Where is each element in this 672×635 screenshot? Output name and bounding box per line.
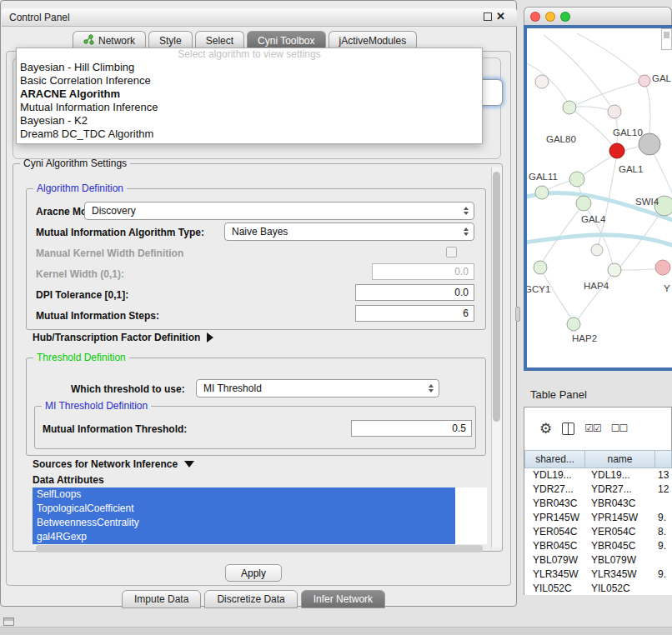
network-scrollbar-thumb[interactable] <box>664 32 669 38</box>
column-header-partial[interactable] <box>655 450 672 468</box>
tab-impute-data[interactable]: Impute Data <box>122 590 201 608</box>
data-attributes-list: SelfLoops TopologicalCoefficient Between… <box>33 488 487 544</box>
cell: YER054C <box>524 525 585 539</box>
cell: 8. <box>655 525 672 539</box>
list-item[interactable]: TopologicalCoefficient <box>33 502 455 516</box>
sources-toggle[interactable]: Sources for Network Inference <box>33 458 194 470</box>
cell: YDR27... <box>585 482 655 497</box>
network-window-titlebar[interactable] <box>524 7 672 25</box>
dropdown-item[interactable]: Basic Correlation Inference <box>17 74 482 88</box>
network-node <box>639 75 650 87</box>
cell: YLR345W <box>524 568 585 582</box>
manual-kernel-checkbox[interactable] <box>446 247 457 258</box>
dropdown-item[interactable]: Dream8 DC_TDC Algorithm <box>17 128 482 141</box>
node-label: GAL10 <box>613 128 643 138</box>
deselect-all-icon[interactable]: ☐☐ <box>611 422 628 434</box>
manual-kernel-label: Manual Kernel Width Definition <box>36 248 183 259</box>
column-header-shared-name[interactable]: shared... <box>524 450 585 468</box>
taskbar-strip <box>0 627 672 635</box>
desktop: Control Panel ✕ Network Style Select <box>0 0 672 635</box>
list-item[interactable]: gal4RGexp <box>33 530 455 544</box>
mi-threshold-field[interactable]: 0.5 <box>351 420 472 437</box>
cell: YIL052C <box>585 582 655 595</box>
minimize-traffic-light-icon[interactable] <box>545 12 555 22</box>
combo-stepper-icon <box>459 202 474 219</box>
node-label: GAL <box>652 73 672 83</box>
cell: YBR045C <box>585 539 655 553</box>
table-header: shared... name <box>524 450 672 468</box>
kernel-width-field[interactable]: 0.0 <box>372 263 474 280</box>
hub-definition-toggle[interactable]: Hub/Transcription Factor Definition <box>33 332 213 343</box>
tab-infer-network[interactable]: Infer Network <box>301 590 385 608</box>
node-label: GAL80 <box>546 134 576 144</box>
list-item[interactable]: SelfLoops <box>33 488 455 502</box>
network-canvas[interactable]: GAL GAL80 GAL10 GAL11 GAL1 SWI4 GAL4 GCY… <box>527 28 672 368</box>
cell: YBR043C <box>585 497 655 511</box>
expanded-arrow-icon <box>184 461 194 468</box>
cell: YBL079W <box>524 553 585 568</box>
table-row[interactable]: YDR27... YDR27... 12 <box>524 482 672 497</box>
node-label: HAP4 <box>584 281 609 291</box>
tab-label: Impute Data <box>134 593 188 605</box>
mi-steps-field[interactable]: 6 <box>355 305 474 322</box>
minimized-window-icon[interactable] <box>3 618 14 626</box>
table-row[interactable]: YLR345W YLR345W 9. <box>524 568 672 582</box>
settings-scrollbar-thumb[interactable] <box>493 172 500 422</box>
table-row[interactable]: YBR043C YBR043C <box>524 497 672 511</box>
gear-icon[interactable]: ⚙ <box>539 422 552 436</box>
cell: 9. <box>655 539 672 553</box>
cell: 9. <box>655 511 672 525</box>
aracne-mode-combo[interactable]: Discovery <box>84 202 474 220</box>
dropdown-item[interactable]: Bayesian - K2 <box>17 114 482 128</box>
network-node <box>608 263 621 277</box>
list-item[interactable]: BetweennessCentrality <box>33 516 455 530</box>
mi-type-combo[interactable]: Naive Bayes <box>224 222 474 241</box>
network-node <box>535 186 549 199</box>
apply-button-label: Apply <box>241 568 266 579</box>
cell: YBL079W <box>585 553 655 568</box>
float-window-icon[interactable] <box>484 12 492 21</box>
tab-discretize-data[interactable]: Discretize Data <box>204 590 297 608</box>
cell: YER054C <box>585 525 655 539</box>
dropdown-item[interactable]: Mutual Information Inference <box>17 101 482 114</box>
cell: 9. <box>655 568 672 582</box>
node-label: GAL4 <box>581 214 606 224</box>
select-all-icon[interactable]: ☑☑ <box>584 422 601 434</box>
column-header-name[interactable]: name <box>585 450 655 468</box>
algorithm-dropdown-popup: Select algorithm to view settings Bayesi… <box>16 48 483 144</box>
combo-stepper-icon <box>424 380 439 397</box>
tab-label: Discretize Data <box>217 593 284 605</box>
table-row[interactable]: YBL079W YBL079W <box>524 553 672 568</box>
table-row[interactable]: YBR045C YBR045C 9. <box>524 539 672 553</box>
control-panel-titlebar[interactable] <box>2 8 517 27</box>
bottom-tabbar: Impute Data Discretize Data Infer Networ… <box>122 590 385 608</box>
which-threshold-combo[interactable]: MI Threshold <box>196 379 439 398</box>
dpi-tolerance-field[interactable]: 0.0 <box>355 284 474 301</box>
table-row[interactable]: YDL19... YDL19... 13 <box>524 468 672 482</box>
close-traffic-light-icon[interactable] <box>530 12 540 22</box>
close-icon[interactable]: ✕ <box>496 10 505 22</box>
zoom-traffic-light-icon[interactable] <box>560 12 570 22</box>
node-label: Y <box>664 283 670 293</box>
group-title: Cyni Algorithm Settings <box>20 158 130 169</box>
list-hscrollbar-thumb[interactable] <box>36 545 483 552</box>
panel-splitter-handle[interactable] <box>515 307 520 322</box>
network-node-highlighted <box>609 143 624 158</box>
apply-button[interactable]: Apply <box>225 564 282 582</box>
network-node <box>608 105 621 118</box>
network-node <box>535 75 549 88</box>
dropdown-item-selected[interactable]: ARACNE Algorithm <box>17 88 482 101</box>
network-node <box>534 261 547 274</box>
mi-steps-label: Mutual Information Steps: <box>36 310 159 322</box>
group-title: Threshold Definition <box>33 352 129 363</box>
node-label: SWI4 <box>635 197 659 207</box>
hub-definition-label: Hub/Transcription Factor Definition <box>33 332 200 343</box>
dropdown-item[interactable]: Bayesian - Hill Climbing <box>17 61 482 74</box>
table-row[interactable]: YER054C YER054C 8. <box>524 525 672 539</box>
table-row[interactable]: YPR145W YPR145W 9. <box>524 511 672 525</box>
columns-icon[interactable] <box>562 422 574 435</box>
table-row[interactable]: YIL052C YIL052C <box>524 582 672 595</box>
group-title: MI Threshold Definition <box>42 400 151 412</box>
node-label: GCY1 <box>527 284 550 294</box>
kernel-width-label: Kernel Width (0,1): <box>36 268 124 280</box>
